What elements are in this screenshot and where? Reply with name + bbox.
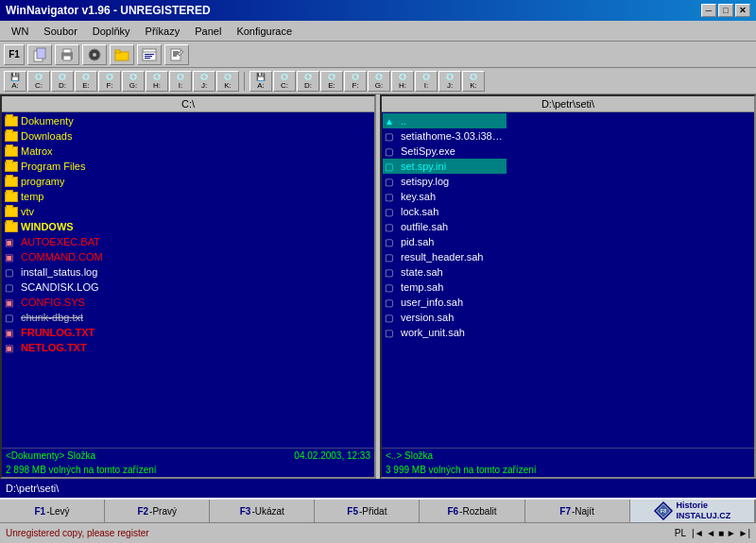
- list-item[interactable]: WINDOWS: [3, 219, 127, 234]
- menu-panel[interactable]: Panel: [187, 24, 229, 39]
- list-item[interactable]: ▢ outfile.sah: [383, 219, 507, 234]
- left-drive-f[interactable]: 💿F:: [98, 71, 121, 92]
- f6-key-button[interactable]: F6-Rozbalit: [420, 500, 524, 522]
- file-name: SetiSpy.exe: [401, 145, 455, 157]
- left-drive-e[interactable]: 💿E:: [75, 71, 97, 92]
- right-drive-d[interactable]: 💿D:: [297, 71, 319, 92]
- left-drive-c[interactable]: 💿C:: [27, 71, 50, 92]
- list-item[interactable]: ▢ SetiSpy.exe: [383, 144, 507, 159]
- file-name: lock.sah: [401, 206, 438, 217]
- right-file-column2: [507, 113, 630, 447]
- close-button[interactable]: ✕: [735, 4, 750, 17]
- list-item[interactable]: ▢ SCANDISK.LOG: [3, 280, 127, 295]
- menu-prikazy[interactable]: Příkazy: [138, 24, 188, 39]
- f8-key-button[interactable]: F8 HistorieINSTALUJ.CZ: [630, 500, 756, 522]
- copy-button[interactable]: [27, 44, 52, 65]
- right-drive-h[interactable]: 💿H:: [391, 71, 414, 92]
- f7-key-button[interactable]: F7-Najít: [525, 500, 630, 522]
- print-button[interactable]: [55, 44, 79, 65]
- list-item[interactable]: ▣ NETLOG.TXT: [3, 340, 127, 355]
- list-item[interactable]: Program Files: [3, 159, 127, 174]
- f1-button[interactable]: F1: [4, 44, 25, 65]
- list-item[interactable]: Matrox: [3, 144, 127, 159]
- left-drive-j[interactable]: 💿J:: [193, 71, 215, 92]
- list-item[interactable]: Downloads: [3, 128, 127, 144]
- f1-key-button[interactable]: F1-Levý: [0, 500, 105, 522]
- list-item[interactable]: ▣ FRUNLOG.TXT: [3, 325, 127, 340]
- right-drive-k[interactable]: 💿K:: [462, 71, 485, 92]
- list-item[interactable]: vtv: [3, 204, 127, 219]
- svg-rect-13: [145, 58, 150, 59]
- list-item[interactable]: Dokumenty: [3, 113, 127, 128]
- list-item[interactable]: ▢ result_header.sah: [383, 249, 507, 264]
- list-item[interactable]: ▣ CONFIG.SYS: [3, 295, 127, 310]
- menu-doplnky[interactable]: Doplňky: [85, 24, 138, 39]
- list-item[interactable]: ▣ COMMAND.COM: [3, 249, 127, 264]
- file-icon: ▢: [385, 131, 398, 142]
- list-item[interactable]: ▣ AUTOEXEC.BAT: [3, 234, 127, 249]
- list-item[interactable]: ▢ set.spy.ini: [383, 159, 507, 174]
- right-drive-a[interactable]: 💾A:: [249, 71, 272, 92]
- menu-wn[interactable]: WN: [4, 24, 36, 39]
- left-drive-i[interactable]: 💿I:: [169, 71, 192, 92]
- f2-key-button[interactable]: F2-Pravý: [105, 500, 210, 522]
- right-drive-i[interactable]: 💿I:: [415, 71, 438, 92]
- list-item[interactable]: ▢ setiathome-3.03.i386-v: [383, 128, 507, 144]
- list-item[interactable]: ▢ pid.sah: [383, 234, 507, 249]
- left-drive-a[interactable]: 💾A:: [4, 71, 26, 92]
- right-drive-g[interactable]: 💿G:: [368, 71, 390, 92]
- maximize-button[interactable]: □: [718, 4, 733, 17]
- left-drive-d[interactable]: 💿D:: [51, 71, 74, 92]
- left-drive-h[interactable]: 💿H:: [146, 71, 168, 92]
- list-item[interactable]: temp: [3, 189, 127, 204]
- left-drive-k[interactable]: 💿K:: [216, 71, 239, 92]
- right-drive-j[interactable]: 💿J:: [438, 71, 461, 92]
- right-drive-e[interactable]: 💿E:: [320, 71, 343, 92]
- list-item[interactable]: ▢ chunk-dbg.txt: [3, 310, 127, 325]
- svg-rect-3: [63, 49, 71, 53]
- right-drive-f[interactable]: 💿F:: [344, 71, 367, 92]
- file-name: chunk-dbg.txt: [21, 312, 83, 323]
- file-icon: ▢: [385, 161, 398, 172]
- config-button[interactable]: [137, 44, 162, 65]
- file-icon: ▣: [5, 252, 18, 263]
- list-item[interactable]: programy: [3, 174, 127, 189]
- file-icon: ▢: [385, 237, 398, 247]
- file-icon: ▣: [5, 343, 18, 353]
- minimize-button[interactable]: ─: [701, 4, 716, 17]
- menu-soubor[interactable]: Soubor: [36, 24, 84, 39]
- toolbar-row2: 💾A: 💿C: 💿D: 💿E: 💿F: 💿G: 💿H: 💿I: 💿J: 💿K: …: [0, 68, 756, 94]
- right-file-list[interactable]: ▲ .. ▢ setiathome-3.03.i386-v ▢ SetiSpy.…: [382, 112, 754, 448]
- file-name: state.sah: [401, 266, 443, 278]
- unregistered-text: Unregistered copy, please register: [6, 528, 149, 538]
- file-icon: ▣: [5, 297, 18, 308]
- left-file-list[interactable]: Dokumenty Downloads Matrox Program Files…: [2, 112, 374, 448]
- list-item[interactable]: ▢ work_unit.sah: [383, 325, 507, 340]
- toolbar-separator: [244, 72, 245, 91]
- list-item[interactable]: ▢ lock.sah: [383, 204, 507, 219]
- file-name: FRUNLOG.TXT: [21, 327, 94, 338]
- f3-key-button[interactable]: F3-Ukázat: [210, 500, 315, 522]
- edit-button[interactable]: [164, 44, 189, 65]
- parent-icon: ▲: [385, 116, 398, 127]
- menu-konfigurace[interactable]: Konfigurace: [229, 24, 300, 39]
- left-drive-g[interactable]: 💿G:: [122, 71, 145, 92]
- list-item[interactable]: ▢ install_status.log: [3, 264, 127, 280]
- f5-key-button[interactable]: F5-Přidat: [315, 500, 420, 522]
- folder-open-button[interactable]: [110, 44, 134, 65]
- file-name: work_unit.sah: [401, 327, 465, 338]
- list-item[interactable]: ▢ user_info.sah: [383, 295, 507, 310]
- list-item[interactable]: ▢ state.sah: [383, 264, 507, 280]
- right-drive-c[interactable]: 💿C:: [273, 71, 296, 92]
- disk-button[interactable]: [82, 44, 107, 65]
- svg-rect-1: [37, 48, 45, 59]
- folder-icon: [5, 116, 18, 127]
- left-drives: 💾A: 💿C: 💿D: 💿E: 💿F: 💿G: 💿H: 💿I: 💿J: 💿K:: [4, 71, 239, 92]
- file-name: version.sah: [401, 312, 454, 323]
- list-item[interactable]: ▢ temp.sah: [383, 280, 507, 295]
- list-item[interactable]: ▲ ..: [383, 113, 507, 128]
- left-file-column: Dokumenty Downloads Matrox Program Files…: [3, 113, 127, 447]
- list-item[interactable]: ▢ setispy.log: [383, 174, 507, 189]
- list-item[interactable]: ▢ version.sah: [383, 310, 507, 325]
- list-item[interactable]: ▢ key.sah: [383, 189, 507, 204]
